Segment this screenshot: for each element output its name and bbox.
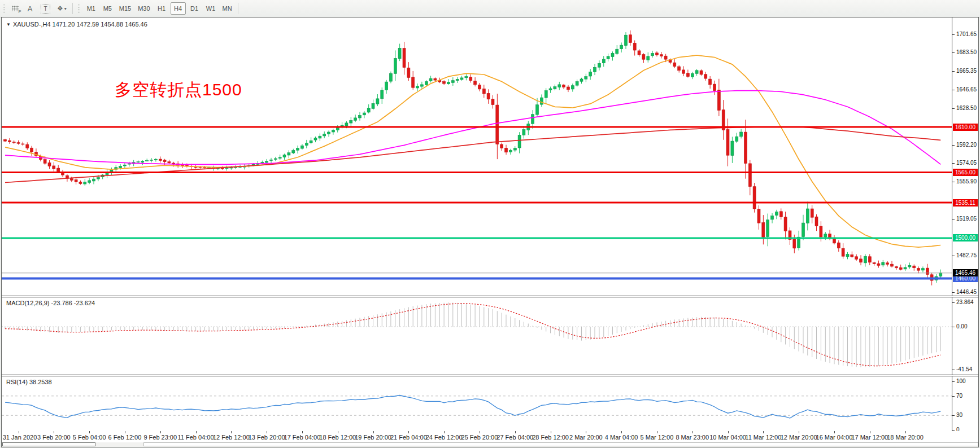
- macd-tick-mark: [952, 370, 955, 370]
- price-tick-label: 1446.45: [956, 289, 977, 295]
- date-tick-mark: [444, 431, 445, 433]
- date-axis-label: 5 Mar 12:00: [641, 434, 674, 441]
- date-tick-mark: [160, 431, 161, 433]
- date-axis-label: 9 Feb 23:00: [143, 434, 177, 441]
- hline-price-tag-1535.11[interactable]: 1535.11: [953, 199, 978, 207]
- rsi-tick-mark: [952, 396, 955, 397]
- price-tick-mark: [952, 90, 955, 90]
- date-tick-mark: [763, 431, 764, 433]
- chart-annotation[interactable]: 多空转折点1500: [115, 78, 242, 102]
- date-tick-mark: [905, 431, 906, 433]
- scrollbar-track[interactable]: [143, 442, 978, 446]
- timeframe-button-h1[interactable]: H1: [154, 2, 169, 15]
- price-tick-mark: [952, 71, 955, 72]
- date-axis-label: 28 Feb 12:00: [532, 434, 569, 441]
- objects-tool-button[interactable]: ❖ ▾: [54, 2, 69, 15]
- current-price-tag: 1465.46: [953, 269, 978, 276]
- price-tick-label: 1574.05: [956, 160, 977, 166]
- grid-f-tool-button[interactable]: F: [8, 2, 22, 15]
- price-tick-label: 1683.50: [956, 49, 977, 55]
- price-tick-label: 1592.20: [956, 142, 977, 148]
- text-box-tool-button[interactable]: T: [38, 2, 53, 15]
- price-axis[interactable]: 1701.651683.501665.351646.651628.501592.…: [952, 17, 978, 296]
- date-tick-mark: [834, 431, 835, 433]
- hline-price-tag-1500.00[interactable]: 1500.00: [953, 234, 978, 241]
- date-axis-label: 12 Feb 12:00: [213, 434, 250, 441]
- date-tick-mark: [196, 431, 197, 433]
- date-tick-mark: [870, 431, 870, 433]
- date-tick-mark: [19, 431, 19, 433]
- chevron-down-icon: ▾: [64, 6, 67, 11]
- rsi-panel: RSI(14) 38.2538 10070300: [2, 376, 978, 431]
- timeframe-button-h4[interactable]: H4: [171, 2, 186, 15]
- hline-price-tag-1565.00[interactable]: 1565.00: [953, 169, 978, 176]
- date-tick-mark: [480, 431, 480, 433]
- timeframe-button-mn[interactable]: MN: [220, 2, 235, 15]
- price-tick-mark: [952, 182, 955, 182]
- price-tick-mark: [952, 34, 955, 35]
- toolbar-separator: [238, 3, 238, 14]
- boxed-t-icon: T: [41, 4, 50, 14]
- date-axis-label: 10 Mar 04:00: [709, 434, 746, 441]
- timeframe-button-group: M1M5M15M30H1H4D1W1MN: [83, 2, 236, 15]
- date-axis-label: 27 Feb 04:00: [496, 434, 533, 441]
- top-toolbar: F A T ❖ ▾ M1M5M15M30H1H4D1W1MN: [0, 0, 980, 17]
- date-axis-label: 2 Mar 20:00: [569, 434, 603, 441]
- date-tick-mark: [692, 431, 693, 433]
- macd-label: MACD(12,26,9) -23.786 -23.624: [6, 300, 95, 306]
- date-tick-mark: [231, 431, 232, 433]
- symbol-title: ▼ XAUUSD-,H4 1471.20 1472.59 1454.88 146…: [6, 21, 147, 28]
- toolbar-grip[interactable]: [77, 3, 80, 14]
- text-label-tool-button[interactable]: A: [23, 2, 37, 15]
- grid-f-icon: F: [12, 6, 19, 11]
- scrollbar-thumb[interactable]: [2, 442, 95, 446]
- rsi-tick-mark: [952, 415, 955, 416]
- date-axis-label: 25 Feb 20:00: [461, 434, 498, 441]
- letter-a-icon: A: [28, 5, 33, 13]
- date-tick-mark: [89, 431, 90, 433]
- date-axis-label: 5 Feb 04:00: [73, 434, 106, 441]
- date-axis-label: 4 Mar 04:00: [605, 434, 638, 441]
- chart-window: ▼ XAUUSD-,H4 1471.20 1472.59 1454.88 146…: [1, 17, 979, 447]
- timeframe-button-w1[interactable]: W1: [203, 2, 219, 15]
- price-tick-mark: [952, 108, 955, 109]
- date-tick-mark: [799, 431, 799, 433]
- date-axis[interactable]: 31 Jan 20203 Feb 20:005 Feb 04:006 Feb 1…: [2, 431, 978, 442]
- timeframe-button-m15[interactable]: M15: [116, 2, 134, 15]
- macd-plot-area[interactable]: [2, 297, 952, 375]
- chart-menu-triangle-icon[interactable]: ▼: [6, 22, 11, 27]
- price-tick-label: 1555.90: [956, 178, 977, 185]
- timeframe-button-m30[interactable]: M30: [135, 2, 153, 15]
- rsi-axis[interactable]: 10070300: [952, 376, 978, 431]
- macd-tick-mark: [952, 327, 955, 327]
- hline-price-tag-1610.00[interactable]: 1610.00: [953, 124, 978, 131]
- date-tick-mark: [586, 431, 586, 433]
- macd-tick-label: -41.54: [956, 366, 972, 372]
- timeframe-button-m5[interactable]: M5: [100, 2, 115, 15]
- date-tick-mark: [267, 431, 267, 433]
- date-axis-label: 8 Mar 23:00: [676, 434, 709, 441]
- price-chart-panel: ▼ XAUUSD-,H4 1471.20 1472.59 1454.88 146…: [2, 17, 978, 296]
- price-tick-label: 1628.50: [956, 105, 977, 111]
- rsi-tick-label: 100: [956, 378, 966, 384]
- price-tick-label: 1482.75: [956, 252, 977, 258]
- date-axis-label: 18 Feb 12:00: [319, 434, 356, 441]
- mt4-terminal: { "toolbar": { "tools": [ {"name": "grid…: [0, 0, 980, 448]
- macd-axis[interactable]: 23.8640.00-41.54: [952, 297, 978, 375]
- date-tick-mark: [657, 431, 657, 433]
- rsi-tick-mark: [952, 381, 955, 382]
- timeframe-button-d1[interactable]: D1: [187, 2, 202, 15]
- timeframe-button-m1[interactable]: M1: [84, 2, 99, 15]
- price-tick-mark: [952, 256, 955, 256]
- horizontal-scrollbar: [2, 442, 978, 447]
- price-tick-mark: [952, 292, 955, 293]
- price-tick-mark: [952, 163, 955, 164]
- price-tick-label: 1519.05: [956, 216, 977, 222]
- rsi-plot-area[interactable]: [2, 376, 952, 431]
- price-tick-label: 1701.65: [956, 31, 977, 37]
- price-plot-area[interactable]: [2, 17, 952, 296]
- date-axis-label: 11 Mar 12:00: [745, 434, 781, 441]
- date-axis-label: 13 Feb 20:00: [249, 434, 285, 441]
- toolbar-grip[interactable]: [2, 3, 5, 14]
- date-axis-label: 19 Feb 20:00: [355, 434, 391, 441]
